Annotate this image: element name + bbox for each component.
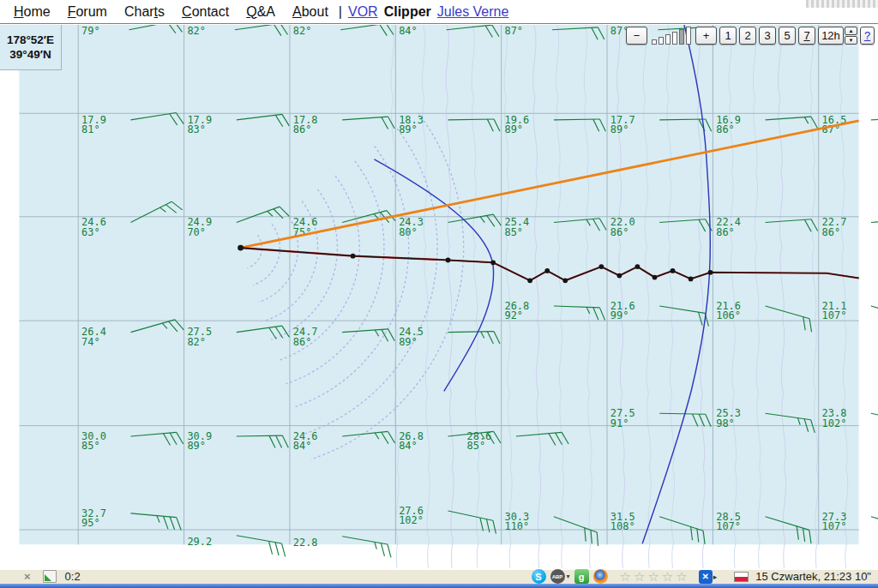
wind-barb-icon xyxy=(868,517,878,543)
zoom-out-button[interactable]: − xyxy=(626,27,647,45)
close-icon[interactable]: × xyxy=(24,570,31,583)
waypoint-dot[interactable] xyxy=(671,268,676,273)
wind-direction-label: 89° xyxy=(610,123,629,135)
wind-direction-label: 80° xyxy=(399,226,418,238)
zoom-level-bar-4[interactable] xyxy=(672,32,677,45)
waypoint-dot[interactable] xyxy=(238,245,244,251)
wind-direction-label: 89° xyxy=(399,123,418,135)
help-button[interactable]: ? xyxy=(860,27,875,45)
zoom-in-button[interactable]: + xyxy=(695,27,717,45)
menu-item-home[interactable]: Home xyxy=(5,3,59,20)
wind-direction-label: 108° xyxy=(610,520,635,532)
wind-direction-label: 102° xyxy=(822,417,847,429)
adblock-caret-icon[interactable]: ▾ xyxy=(567,573,570,580)
forecast-days-button-3[interactable]: 3 xyxy=(759,27,776,45)
waypoint-dot[interactable] xyxy=(490,260,496,265)
cursor-position-box: 178°52′E 39°49′N xyxy=(0,25,62,70)
skype-icon[interactable]: S xyxy=(532,569,546,584)
zoom-level-bar-6[interactable] xyxy=(686,27,691,45)
download-status-icon[interactable] xyxy=(43,570,57,583)
menu-item-contact[interactable]: Contact xyxy=(173,3,238,20)
zoom-level-bar-2[interactable] xyxy=(658,37,664,45)
taskbar-edge xyxy=(0,584,878,588)
brand-jules-verne-link[interactable]: Jules Verne xyxy=(433,4,514,19)
wind-barb-icon xyxy=(869,413,878,436)
wind-direction-label: 74° xyxy=(81,336,100,348)
adblock-icon[interactable]: ABP xyxy=(550,569,565,584)
zoom-level-bar-5[interactable] xyxy=(679,29,684,45)
wind-direction-label: 70° xyxy=(187,226,206,238)
waypoint-dot[interactable] xyxy=(351,254,356,259)
wind-direction-label: 83° xyxy=(187,123,206,135)
zoom-level-bar-3[interactable] xyxy=(665,34,671,45)
wind-direction-label: 102° xyxy=(399,514,424,526)
menu-item-qa[interactable]: Q&A xyxy=(238,3,284,20)
wind-direction-label: 107° xyxy=(822,520,847,532)
menu-item-forum[interactable]: Forum xyxy=(59,3,116,20)
map-toolbar: − + 12357 12h ▲ ▼ ? xyxy=(626,27,875,45)
wind-direction-label: 85° xyxy=(467,440,486,452)
wind-direction-label: 63° xyxy=(81,226,100,238)
status-counter: 0:2 xyxy=(65,570,81,583)
poland-flag-icon xyxy=(734,572,749,582)
wind-direction-label: 99° xyxy=(610,309,629,321)
wind-direction-label: 82° xyxy=(293,25,312,37)
waypoint-dot[interactable] xyxy=(689,277,694,282)
wind-direction-label: 87° xyxy=(505,25,524,37)
wind-direction-label: 82° xyxy=(187,25,206,37)
zoom-level-indicator[interactable] xyxy=(650,27,693,45)
forecast-days-button-1[interactable]: 1 xyxy=(719,27,737,45)
wind-direction-label: 84° xyxy=(293,440,312,452)
zoom-level-bar-1[interactable] xyxy=(652,39,657,45)
wind-direction-label: 95° xyxy=(81,517,100,529)
wind-direction-label: 85° xyxy=(505,226,524,238)
language-switch-icon[interactable]: ✕ xyxy=(699,570,713,584)
map-canvas[interactable]: 79°82°82°84°87°87°17.981°17.983°17.886°1… xyxy=(0,25,878,568)
wind-direction-label: 89° xyxy=(187,440,206,452)
forecast-days-button-2[interactable]: 2 xyxy=(739,27,756,45)
wind-direction-label: 107° xyxy=(822,309,847,321)
interval-button[interactable]: 12h xyxy=(818,27,844,45)
waypoint-dot[interactable] xyxy=(598,264,604,269)
wind-direction-label: 81° xyxy=(81,123,100,135)
waypoint-dot[interactable] xyxy=(527,278,532,283)
menu-item-about[interactable]: About xyxy=(284,3,337,20)
wind-direction-label: 86° xyxy=(822,226,841,238)
wind-direction-label: 110° xyxy=(505,520,530,532)
wind-direction-label: 89° xyxy=(399,336,418,348)
wind-direction-label: 82° xyxy=(187,336,206,348)
interval-spinner-down[interactable]: ▼ xyxy=(845,36,857,45)
wind-direction-label: 84° xyxy=(399,25,418,37)
wind-direction-label: 86° xyxy=(293,123,312,135)
wind-direction-label: 107° xyxy=(716,520,741,532)
language-caret-icon[interactable]: ▸ xyxy=(713,573,718,581)
map-area[interactable]: 79°82°82°84°87°87°17.981°17.983°17.886°1… xyxy=(0,25,878,568)
wind-speed-label: 22.8 xyxy=(293,537,318,549)
position-latitude: 39°49′N xyxy=(9,47,51,62)
wind-direction-label: 98° xyxy=(716,417,735,429)
firefox-icon[interactable] xyxy=(593,569,608,584)
waypoint-dot[interactable] xyxy=(544,268,550,273)
forecast-days-button-7[interactable]: 7 xyxy=(798,27,815,45)
wind-direction-label: 86° xyxy=(293,336,312,348)
wind-direction-label: 86° xyxy=(716,123,735,135)
wind-direction-label: 86° xyxy=(610,226,629,238)
wind-direction-label: 86° xyxy=(716,226,735,238)
waypoint-dot[interactable] xyxy=(708,270,713,275)
menu-bar: HomeForumChartsContactQ&AAbout | VORClip… xyxy=(0,0,878,24)
wind-direction-label: 85° xyxy=(81,440,100,452)
interval-spinner-up[interactable]: ▲ xyxy=(845,27,857,35)
brand-vor-link[interactable]: VOR xyxy=(344,4,382,19)
menu-item-charts[interactable]: Charts xyxy=(116,3,173,20)
waypoint-dot[interactable] xyxy=(652,275,658,280)
wind-direction-label: 89° xyxy=(505,123,524,135)
wind-speed-label: 29.2 xyxy=(187,536,212,548)
forecast-days-button-5[interactable]: 5 xyxy=(779,27,796,45)
waypoint-dot[interactable] xyxy=(635,264,640,269)
wind-direction-label: 106° xyxy=(716,309,741,321)
waypoint-dot[interactable] xyxy=(446,258,451,263)
green-app-icon[interactable]: g xyxy=(574,569,589,584)
waypoint-dot[interactable] xyxy=(562,278,568,283)
waypoint-dot[interactable] xyxy=(617,273,622,279)
rating-stars[interactable]: ☆☆☆☆☆ xyxy=(620,569,690,585)
